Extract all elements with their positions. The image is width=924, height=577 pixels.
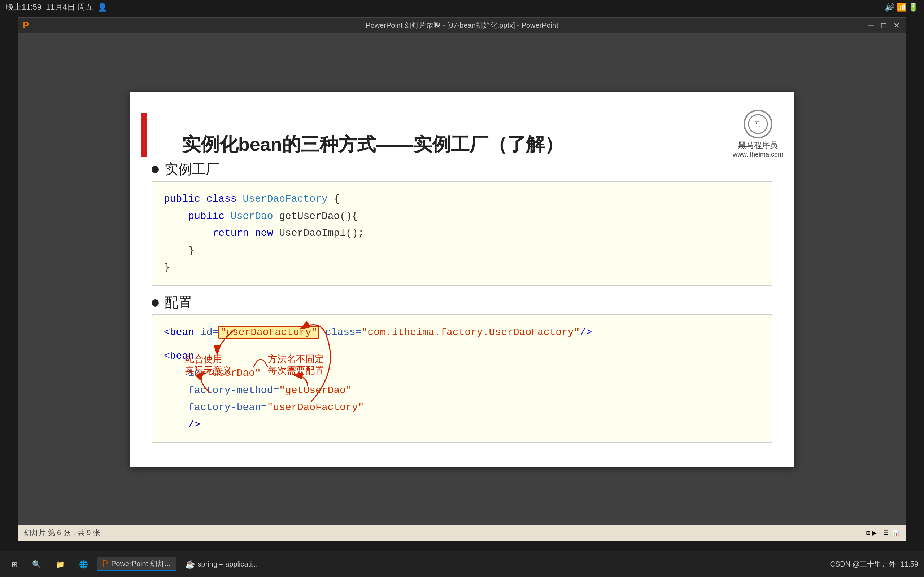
ppt-window: P PowerPoint 幻灯片放映 - [07-bean初始化.pptx] -… (18, 17, 906, 541)
bottom-status-bar: 幻灯片 第 6 张，共 9 张 ⊞ ▶ ≡ ☰ 📊 (18, 525, 906, 541)
highlighted-id: "userDaoFactory" (218, 326, 319, 338)
slide: 实例化bean的三种方式——实例工厂（了解） 马 黑马程序员 www.ithei… (130, 92, 794, 467)
taskbar-right: CSDN @三十里开外 11:59 (830, 559, 918, 569)
logo-circle: 马 (743, 110, 772, 139)
window-title: PowerPoint 幻灯片放映 - [07-bean初始化.pptx] - P… (366, 21, 558, 30)
bullet1-section: 实例工厂 (152, 160, 780, 179)
taskbar-right-text: CSDN @三十里开外 (830, 559, 896, 569)
spring-taskbar-icon: ☕ (185, 560, 195, 569)
config-line-6: /> (164, 416, 760, 434)
config-line-4: factory-method="getUserDao" (164, 382, 760, 399)
code-line-4: } (164, 242, 760, 259)
browser-button[interactable]: 🌐 (73, 559, 94, 570)
view-buttons[interactable]: ⊞ ▶ ≡ ☰ (866, 529, 888, 536)
slide-title: 实例化bean的三种方式——实例工厂（了解） (182, 132, 592, 157)
ppt-app-icon: P (23, 20, 29, 31)
taskbar-clock: 11:59 (900, 560, 918, 568)
bullet2-dot (152, 299, 159, 306)
slide-area: 实例化bean的三种方式——实例工厂（了解） 马 黑马程序员 www.ithei… (18, 34, 906, 525)
spring-taskbar-item[interactable]: ☕ spring – applicati... (179, 558, 264, 571)
zoom-indicator: 📊 (893, 529, 900, 536)
code-line-5: } (164, 259, 760, 276)
logo-area: 马 黑马程序员 www.itheima.com (733, 110, 783, 158)
close-button[interactable]: ✕ (893, 21, 900, 30)
bullet2-label: 配置 (165, 293, 192, 312)
top-taskbar: 晚上11:59 11月4日 周五 👤 🔊 📶 🔋 (0, 0, 924, 15)
logo-svg: 马 (747, 113, 769, 135)
code-block-1: public class UserDaoFactory { public Use… (152, 181, 772, 285)
config-line-3: id="userDao" (164, 364, 760, 382)
svg-text:马: 马 (755, 121, 761, 128)
top-right-icons: 🔊 📶 🔋 (885, 3, 918, 12)
win-taskbar: ⊞ 🔍 📁 🌐 P PowerPoint 幻灯... ☕ spring – ap… (0, 551, 924, 577)
bullet1-label: 实例工厂 (165, 160, 220, 179)
code-line-2: public UserDao getUserDao(){ (164, 208, 760, 225)
bullet1-row: 实例工厂 (152, 160, 780, 179)
top-date: 11月4日 周五 (46, 2, 93, 13)
top-time: 晚上11:59 (6, 2, 42, 13)
ppt-taskbar-item[interactable]: P PowerPoint 幻灯... (97, 557, 176, 571)
logo-sub-text: www.itheima.com (733, 151, 783, 158)
config-line-1: <bean id="userDaoFactory" class="com.ith… (164, 324, 760, 341)
bullet2-row: 配置 (152, 293, 780, 312)
top-taskbar-left: 晚上11:59 11月4日 周五 👤 (6, 2, 107, 13)
code-content-1: public class UserDaoFactory { public Use… (152, 181, 772, 285)
maximize-button[interactable]: □ (881, 21, 886, 30)
accent-bar (142, 113, 147, 156)
slide-status: 幻灯片 第 6 张，共 9 张 (24, 528, 100, 538)
code-line-1: public class UserDaoFactory { (164, 190, 760, 208)
title-bar: P PowerPoint 幻灯片放映 - [07-bean初始化.pptx] -… (18, 18, 906, 34)
bottom-bar-right: ⊞ ▶ ≡ ☰ 📊 (866, 529, 900, 536)
code-block-2: <bean id="userDaoFactory" class="com.ith… (152, 314, 772, 443)
start-button[interactable]: ⊞ (6, 559, 23, 570)
search-button[interactable]: 🔍 (26, 559, 47, 570)
ppt-taskbar-icon: P (102, 559, 108, 569)
config-line-2: <bean (164, 348, 760, 365)
ppt-taskbar-label: PowerPoint 幻灯... (111, 559, 171, 569)
bullet1-dot (152, 166, 159, 173)
minimize-button[interactable]: ─ (868, 21, 874, 30)
title-bar-controls[interactable]: ─ □ ✕ (868, 21, 900, 30)
bullet2-section: 配置 (152, 293, 780, 312)
code-block-2-container: <bean id="userDaoFactory" class="com.ith… (152, 314, 772, 452)
top-taskbar-right: 🔊 📶 🔋 (885, 3, 918, 12)
logo-main-text: 黑马程序员 (738, 140, 778, 151)
spring-taskbar-label: spring – applicati... (198, 560, 258, 568)
config-line-5: factory-bean="userDaoFactory" (164, 399, 760, 416)
code-line-3: return new UserDaoImpl(); (164, 225, 760, 242)
top-user-icon: 👤 (97, 3, 107, 12)
file-explorer-button[interactable]: 📁 (50, 559, 70, 570)
